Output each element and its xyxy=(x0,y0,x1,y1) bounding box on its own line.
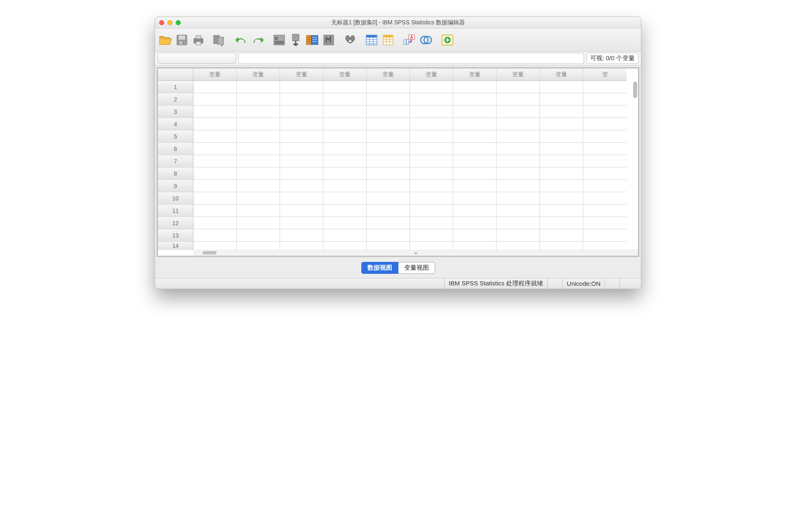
data-cell[interactable] xyxy=(410,143,453,155)
add-button[interactable] xyxy=(440,32,455,48)
data-cell[interactable] xyxy=(583,143,626,155)
data-cell[interactable] xyxy=(410,130,453,143)
data-cell[interactable] xyxy=(193,81,237,93)
data-cell[interactable] xyxy=(367,180,410,192)
data-cell[interactable] xyxy=(237,118,280,130)
data-cell[interactable] xyxy=(540,118,583,130)
data-cell[interactable] xyxy=(367,130,410,143)
data-cell[interactable] xyxy=(367,242,410,250)
data-cell[interactable] xyxy=(453,229,497,242)
data-cell[interactable] xyxy=(453,242,497,250)
data-cell[interactable] xyxy=(453,217,497,229)
data-cell[interactable] xyxy=(583,155,626,167)
row-header[interactable]: 1 xyxy=(158,81,193,93)
column-header[interactable]: 变量 xyxy=(280,68,323,81)
data-cell[interactable] xyxy=(193,192,237,205)
redo-button[interactable] xyxy=(250,32,266,48)
data-cell[interactable] xyxy=(410,229,453,242)
data-cell[interactable] xyxy=(540,217,583,229)
data-cell[interactable] xyxy=(193,167,237,180)
data-cell[interactable] xyxy=(193,130,237,143)
column-header[interactable]: 变量 xyxy=(237,68,280,81)
variables-button[interactable] xyxy=(304,32,320,48)
data-cell[interactable] xyxy=(453,167,497,180)
data-cell[interactable] xyxy=(323,81,367,93)
row-header[interactable]: 11 xyxy=(158,205,193,217)
undo-button[interactable] xyxy=(233,32,249,48)
data-cell[interactable] xyxy=(367,118,410,130)
data-cell[interactable] xyxy=(540,180,583,192)
data-cell[interactable] xyxy=(453,143,497,155)
data-cell[interactable] xyxy=(453,180,497,192)
data-cell[interactable] xyxy=(497,242,540,250)
close-window-icon[interactable] xyxy=(159,20,164,25)
data-cell[interactable] xyxy=(540,167,583,180)
data-cell[interactable] xyxy=(453,130,497,143)
data-cell[interactable] xyxy=(237,217,280,229)
data-cell[interactable] xyxy=(280,242,323,250)
recall-dialog-button[interactable] xyxy=(212,32,228,48)
data-cell[interactable] xyxy=(280,143,323,155)
scrollbar-thumb[interactable] xyxy=(203,251,217,254)
data-cell[interactable] xyxy=(410,81,453,93)
data-cell[interactable] xyxy=(497,229,540,242)
data-cell[interactable] xyxy=(410,192,453,205)
vertical-scrollbar[interactable] xyxy=(633,82,637,248)
goto-case-button[interactable] xyxy=(271,32,287,48)
data-cell[interactable] xyxy=(583,118,626,130)
data-cell[interactable] xyxy=(410,180,453,192)
data-cell[interactable] xyxy=(497,130,540,143)
data-cell[interactable] xyxy=(540,143,583,155)
data-cell[interactable] xyxy=(193,93,237,106)
data-cell[interactable] xyxy=(540,242,583,250)
data-cell[interactable] xyxy=(280,180,323,192)
grid-corner[interactable] xyxy=(158,68,193,81)
data-cell[interactable] xyxy=(237,167,280,180)
data-cell[interactable] xyxy=(367,93,410,106)
data-cell[interactable] xyxy=(193,180,237,192)
data-cell[interactable] xyxy=(583,167,626,180)
data-cell[interactable] xyxy=(367,229,410,242)
data-cell[interactable] xyxy=(583,93,626,106)
data-cell[interactable] xyxy=(323,155,367,167)
data-cell[interactable] xyxy=(497,143,540,155)
data-cell[interactable] xyxy=(583,205,626,217)
data-cell[interactable] xyxy=(193,205,237,217)
split-file-button[interactable] xyxy=(364,32,379,48)
data-cell[interactable] xyxy=(410,93,453,106)
data-cell[interactable] xyxy=(237,192,280,205)
data-cell[interactable] xyxy=(583,229,626,242)
data-cell[interactable] xyxy=(237,81,280,93)
data-cell[interactable] xyxy=(323,118,367,130)
data-cell[interactable] xyxy=(453,205,497,217)
tab-variable-view[interactable]: 变量视图 xyxy=(398,262,435,274)
column-header[interactable]: 变量 xyxy=(540,68,583,81)
data-cell[interactable] xyxy=(323,205,367,217)
cell-value-box[interactable] xyxy=(238,53,584,64)
data-cell[interactable] xyxy=(540,81,583,93)
data-cell[interactable] xyxy=(583,192,626,205)
data-cell[interactable] xyxy=(237,130,280,143)
value-labels-button[interactable]: A 1 xyxy=(402,32,417,48)
row-header[interactable]: 12 xyxy=(158,217,193,229)
data-cell[interactable] xyxy=(237,155,280,167)
data-cell[interactable] xyxy=(193,217,237,229)
data-cell[interactable] xyxy=(453,106,497,118)
data-cell[interactable] xyxy=(583,81,626,93)
data-cell[interactable] xyxy=(367,81,410,93)
data-cell[interactable] xyxy=(540,192,583,205)
data-cell[interactable] xyxy=(237,143,280,155)
data-cell[interactable] xyxy=(410,106,453,118)
data-cell[interactable] xyxy=(280,130,323,143)
data-cell[interactable] xyxy=(367,205,410,217)
data-cell[interactable] xyxy=(323,106,367,118)
row-header[interactable]: 13 xyxy=(158,229,193,242)
data-cell[interactable] xyxy=(410,155,453,167)
goto-variable-button[interactable] xyxy=(288,32,304,48)
data-cell[interactable] xyxy=(323,130,367,143)
data-cell[interactable] xyxy=(410,118,453,130)
data-cell[interactable] xyxy=(323,242,367,250)
data-cell[interactable] xyxy=(367,155,410,167)
data-cell[interactable] xyxy=(540,106,583,118)
data-cell[interactable] xyxy=(193,229,237,242)
